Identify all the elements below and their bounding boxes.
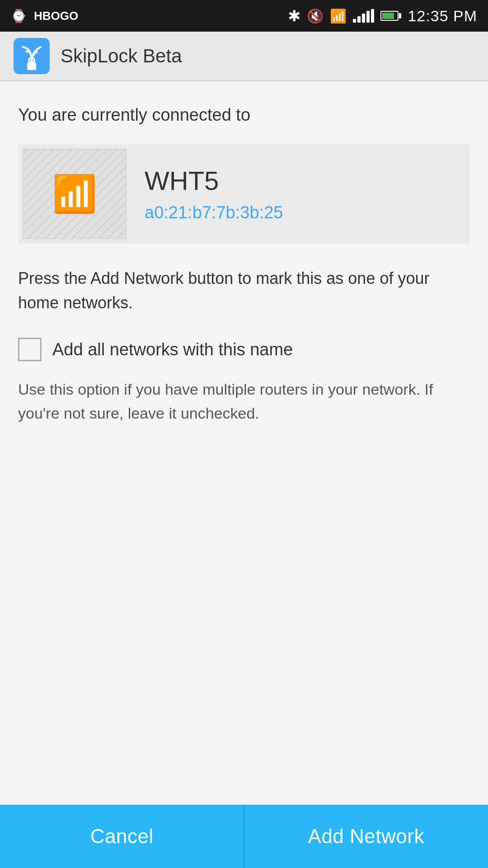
- signal-icon: [353, 9, 374, 23]
- network-card: 📶 WHT5 a0:21:b7:7b:3b:25: [18, 144, 470, 244]
- instruction-text: Press the Add Network button to mark thi…: [18, 266, 470, 315]
- add-network-button[interactable]: Add Network: [244, 805, 488, 868]
- hint-text: Use this option if you have multiple rou…: [18, 377, 470, 425]
- status-bar: ⌚ HBOGO ✱ 🔇 📶 12:35 PM: [0, 0, 488, 32]
- mute-icon: 🔇: [307, 8, 324, 24]
- network-name: WHT5: [145, 165, 283, 196]
- app-title: SkipLock Beta: [61, 45, 182, 67]
- connected-text: You are currently connected to: [18, 104, 470, 126]
- wifi-icon-container: 📶: [23, 149, 127, 239]
- svg-rect-2: [27, 63, 36, 70]
- app-icon: [14, 38, 50, 74]
- hbo-go-icon: HBOGO: [34, 9, 78, 23]
- cancel-button[interactable]: Cancel: [0, 805, 244, 868]
- checkbox-label[interactable]: Add all networks with this name: [52, 339, 293, 361]
- status-time: 12:35 PM: [408, 7, 477, 25]
- wifi-network-icon: 📶: [52, 173, 97, 215]
- status-left-icons: ⌚ HBOGO: [11, 9, 78, 24]
- main-content: You are currently connected to 📶 WHT5 a0…: [0, 81, 488, 805]
- add-all-networks-checkbox[interactable]: [18, 338, 42, 361]
- app-bar: SkipLock Beta: [0, 32, 488, 81]
- network-mac: a0:21:b7:7b:3b:25: [145, 203, 283, 222]
- status-right-icons: ✱ 🔇 📶 12:35 PM: [288, 7, 477, 25]
- bluetooth-icon: ✱: [288, 7, 300, 25]
- bottom-bar: Cancel Add Network: [0, 805, 488, 868]
- wifi-status-icon: 📶: [330, 8, 347, 24]
- watch-icon: ⌚: [11, 9, 27, 24]
- checkbox-row[interactable]: Add all networks with this name: [18, 338, 470, 361]
- battery-icon: [380, 11, 401, 21]
- network-info: WHT5 a0:21:b7:7b:3b:25: [127, 165, 283, 222]
